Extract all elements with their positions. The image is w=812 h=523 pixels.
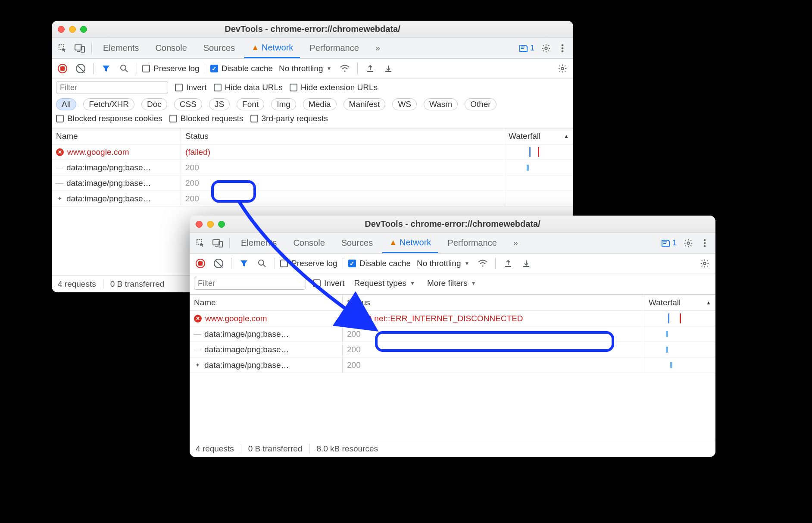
- type-pill-manifest[interactable]: Manifest: [344, 98, 386, 110]
- kebab-icon[interactable]: [555, 41, 570, 56]
- third-party-checkbox[interactable]: 3rd-party requests: [250, 114, 328, 123]
- col-waterfall[interactable]: Waterfall▲: [644, 295, 715, 310]
- svg-point-5: [562, 47, 564, 49]
- type-pill-wasm[interactable]: Wasm: [424, 98, 458, 110]
- blocked-requests-checkbox[interactable]: Blocked requests: [169, 114, 244, 123]
- more-filters-select[interactable]: More filters▼: [425, 279, 479, 288]
- col-name[interactable]: Name: [190, 295, 343, 310]
- filter-row: Invert Request types▼ More filters▼: [190, 273, 715, 294]
- device-toggle-icon[interactable]: [72, 41, 87, 56]
- preserve-log-checkbox[interactable]: Preserve log: [280, 259, 337, 268]
- zoom-icon[interactable]: [80, 26, 87, 33]
- settings-icon[interactable]: [681, 236, 696, 251]
- filter-input[interactable]: [56, 81, 168, 94]
- record-button[interactable]: [55, 61, 70, 76]
- type-pill-media[interactable]: Media: [303, 98, 337, 110]
- tab-console[interactable]: Console: [286, 233, 331, 253]
- export-har-icon[interactable]: [519, 256, 534, 271]
- issues-button[interactable]: 1: [516, 44, 537, 53]
- tab-sources[interactable]: Sources: [197, 38, 242, 58]
- invert-checkbox[interactable]: Invert: [313, 279, 345, 288]
- table-row[interactable]: —data:image/png;base… 200: [190, 326, 715, 342]
- tab-elements[interactable]: Elements: [234, 233, 284, 253]
- table-row[interactable]: www.google.com (failed) net::ERR_INTERNE…: [190, 311, 715, 326]
- type-pill-other[interactable]: Other: [465, 98, 497, 110]
- throttling-select[interactable]: No throttling▼: [414, 259, 472, 268]
- network-toolbar: Preserve log Disable cache No throttling…: [190, 254, 715, 273]
- filter-icon[interactable]: [99, 61, 113, 76]
- kebab-icon[interactable]: [697, 236, 712, 251]
- disable-cache-checkbox[interactable]: Disable cache: [348, 259, 411, 268]
- issues-button[interactable]: 1: [659, 238, 679, 247]
- titlebar: DevTools - chrome-error://chromewebdata/: [190, 216, 715, 233]
- col-status[interactable]: Status: [343, 295, 644, 310]
- table-row[interactable]: www.google.com (failed): [52, 144, 573, 160]
- tab-network[interactable]: ▲Network: [382, 233, 438, 253]
- request-types-select[interactable]: Request types▼: [352, 279, 418, 288]
- table-row[interactable]: —data:image/png;base… 200: [52, 160, 573, 175]
- close-icon[interactable]: [196, 221, 203, 228]
- devtools-window-2: DevTools - chrome-error://chromewebdata/…: [190, 216, 715, 457]
- col-status[interactable]: Status: [181, 128, 504, 144]
- record-button[interactable]: [193, 256, 208, 271]
- filter-icon[interactable]: [237, 256, 251, 271]
- col-name[interactable]: Name: [52, 128, 181, 144]
- invert-checkbox[interactable]: Invert: [175, 83, 207, 92]
- clear-button[interactable]: [211, 256, 226, 271]
- svg-point-7: [121, 65, 126, 70]
- table-row[interactable]: ✦data:image/png;base… 200: [52, 191, 573, 207]
- error-icon: [194, 315, 202, 323]
- hide-extension-urls-checkbox[interactable]: Hide extension URLs: [290, 83, 378, 92]
- filter-input[interactable]: [194, 277, 306, 290]
- table-row[interactable]: —data:image/png;base… 200: [190, 342, 715, 357]
- blocked-cookies-checkbox[interactable]: Blocked response cookies: [56, 114, 162, 123]
- inspect-icon[interactable]: [55, 41, 70, 56]
- tab-performance[interactable]: Performance: [303, 38, 366, 58]
- minimize-icon[interactable]: [207, 221, 214, 228]
- tab-more-panels[interactable]: »: [506, 233, 525, 253]
- type-pill-fetchxhr[interactable]: Fetch/XHR: [83, 98, 134, 110]
- type-pill-img[interactable]: Img: [271, 98, 296, 110]
- network-settings-icon[interactable]: [697, 256, 712, 271]
- svg-point-6: [562, 50, 564, 52]
- type-pill-all[interactable]: All: [56, 98, 76, 110]
- hide-data-urls-checkbox[interactable]: Hide data URLs: [214, 83, 283, 92]
- settings-icon[interactable]: [539, 41, 553, 56]
- network-conditions-icon[interactable]: [475, 256, 490, 271]
- dash-icon: —: [194, 346, 201, 353]
- clear-button[interactable]: [73, 61, 88, 76]
- zoom-icon[interactable]: [218, 221, 225, 228]
- type-pill-js[interactable]: JS: [209, 98, 230, 110]
- tab-performance[interactable]: Performance: [440, 233, 504, 253]
- table-header: Name Status Waterfall▲: [52, 128, 573, 144]
- network-conditions-icon[interactable]: [337, 61, 352, 76]
- import-har-icon[interactable]: [501, 256, 515, 271]
- import-har-icon[interactable]: [363, 61, 378, 76]
- tab-sources[interactable]: Sources: [334, 233, 380, 253]
- type-pill-ws[interactable]: WS: [392, 98, 417, 110]
- table-row[interactable]: ✦data:image/png;base… 200: [190, 357, 715, 373]
- preserve-log-checkbox[interactable]: Preserve log: [142, 64, 200, 73]
- type-pill-font[interactable]: Font: [237, 98, 264, 110]
- tab-network[interactable]: ▲Network: [244, 38, 300, 58]
- table-row[interactable]: —data:image/png;base… 200: [52, 175, 573, 191]
- col-waterfall[interactable]: Waterfall▲: [504, 128, 573, 144]
- tab-console[interactable]: Console: [148, 38, 194, 58]
- device-toggle-icon[interactable]: [210, 236, 225, 251]
- disable-cache-checkbox[interactable]: Disable cache: [210, 64, 273, 73]
- minimize-icon[interactable]: [69, 26, 76, 33]
- type-pill-css[interactable]: CSS: [174, 98, 202, 110]
- type-pill-doc[interactable]: Doc: [141, 98, 167, 110]
- initiator-icon: ✦: [194, 362, 201, 369]
- tab-elements[interactable]: Elements: [96, 38, 146, 58]
- inspect-icon[interactable]: [193, 236, 208, 251]
- throttling-select[interactable]: No throttling▼: [276, 64, 334, 73]
- close-icon[interactable]: [58, 26, 65, 33]
- svg-point-14: [704, 239, 706, 241]
- tab-more-panels[interactable]: »: [369, 38, 387, 58]
- search-icon[interactable]: [255, 256, 269, 271]
- network-settings-icon[interactable]: [555, 61, 570, 76]
- initiator-icon: ✦: [56, 195, 63, 202]
- export-har-icon[interactable]: [381, 61, 396, 76]
- search-icon[interactable]: [117, 61, 131, 76]
